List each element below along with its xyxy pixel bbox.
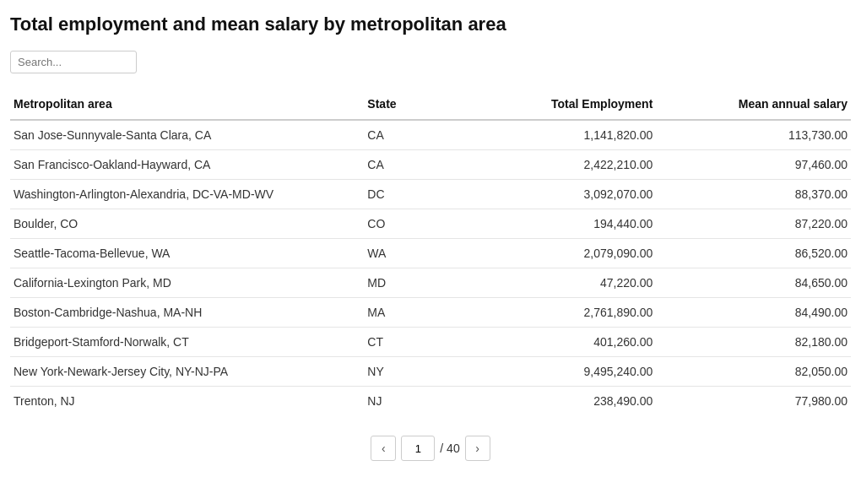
cell-metro: Trenton, NJ <box>10 387 364 416</box>
cell-state: CA <box>364 150 435 180</box>
table-row: California-Lexington Park, MDMD47,220.00… <box>10 268 851 298</box>
cell-salary: 82,180.00 <box>656 328 851 357</box>
table-row: Trenton, NJNJ238,490.0077,980.00 <box>10 387 851 416</box>
cell-salary: 84,490.00 <box>656 298 851 328</box>
column-header-salary: Mean annual salary <box>656 90 851 120</box>
page-number-input[interactable] <box>401 436 435 461</box>
cell-state: CO <box>364 209 435 239</box>
table-row: Boston-Cambridge-Nashua, MA-NHMA2,761,89… <box>10 298 851 328</box>
cell-employment: 1,141,820.00 <box>435 120 656 150</box>
cell-metro: Boston-Cambridge-Nashua, MA-NH <box>10 298 364 328</box>
table-row: Washington-Arlington-Alexandria, DC-VA-M… <box>10 180 851 209</box>
data-table: Metropolitan area State Total Employment… <box>10 90 851 415</box>
cell-salary: 88,370.00 <box>656 180 851 209</box>
table-row: San Jose-Sunnyvale-Santa Clara, CACA1,14… <box>10 120 851 150</box>
cell-state: NY <box>364 357 435 387</box>
pagination: ‹ / 40 › <box>10 436 851 461</box>
cell-employment: 47,220.00 <box>435 268 656 298</box>
cell-salary: 113,730.00 <box>656 120 851 150</box>
cell-salary: 87,220.00 <box>656 209 851 239</box>
cell-metro: Seattle-Tacoma-Bellevue, WA <box>10 239 364 268</box>
column-header-metro: Metropolitan area <box>10 90 364 120</box>
cell-metro: New York-Newark-Jersey City, NY-NJ-PA <box>10 357 364 387</box>
cell-state: MD <box>364 268 435 298</box>
cell-employment: 9,495,240.00 <box>435 357 656 387</box>
cell-state: WA <box>364 239 435 268</box>
search-input[interactable] <box>10 51 137 73</box>
cell-employment: 2,761,890.00 <box>435 298 656 328</box>
page-title: Total employment and mean salary by metr… <box>10 14 851 35</box>
cell-salary: 86,520.00 <box>656 239 851 268</box>
cell-employment: 2,079,090.00 <box>435 239 656 268</box>
table-row: Bridgeport-Stamford-Norwalk, CTCT401,260… <box>10 328 851 357</box>
table-header-row: Metropolitan area State Total Employment… <box>10 90 851 120</box>
cell-salary: 84,650.00 <box>656 268 851 298</box>
cell-state: DC <box>364 180 435 209</box>
next-page-button[interactable]: › <box>465 436 490 461</box>
cell-metro: Bridgeport-Stamford-Norwalk, CT <box>10 328 364 357</box>
cell-state: CA <box>364 120 435 150</box>
cell-employment: 238,490.00 <box>435 387 656 416</box>
cell-metro: San Francisco-Oakland-Hayward, CA <box>10 150 364 180</box>
table-row: Boulder, COCO194,440.0087,220.00 <box>10 209 851 239</box>
cell-metro: California-Lexington Park, MD <box>10 268 364 298</box>
pagination-total: / 40 <box>440 442 459 455</box>
table-row: Seattle-Tacoma-Bellevue, WAWA2,079,090.0… <box>10 239 851 268</box>
column-header-employment: Total Employment <box>435 90 656 120</box>
cell-metro: Washington-Arlington-Alexandria, DC-VA-M… <box>10 180 364 209</box>
cell-salary: 97,460.00 <box>656 150 851 180</box>
cell-state: NJ <box>364 387 435 416</box>
cell-employment: 3,092,070.00 <box>435 180 656 209</box>
cell-salary: 82,050.00 <box>656 357 851 387</box>
table-row: New York-Newark-Jersey City, NY-NJ-PANY9… <box>10 357 851 387</box>
table-row: San Francisco-Oakland-Hayward, CACA2,422… <box>10 150 851 180</box>
cell-employment: 401,260.00 <box>435 328 656 357</box>
search-container <box>10 51 851 73</box>
prev-page-button[interactable]: ‹ <box>371 436 396 461</box>
cell-state: CT <box>364 328 435 357</box>
cell-metro: Boulder, CO <box>10 209 364 239</box>
cell-employment: 194,440.00 <box>435 209 656 239</box>
cell-metro: San Jose-Sunnyvale-Santa Clara, CA <box>10 120 364 150</box>
column-header-state: State <box>364 90 435 120</box>
cell-employment: 2,422,210.00 <box>435 150 656 180</box>
cell-salary: 77,980.00 <box>656 387 851 416</box>
cell-state: MA <box>364 298 435 328</box>
